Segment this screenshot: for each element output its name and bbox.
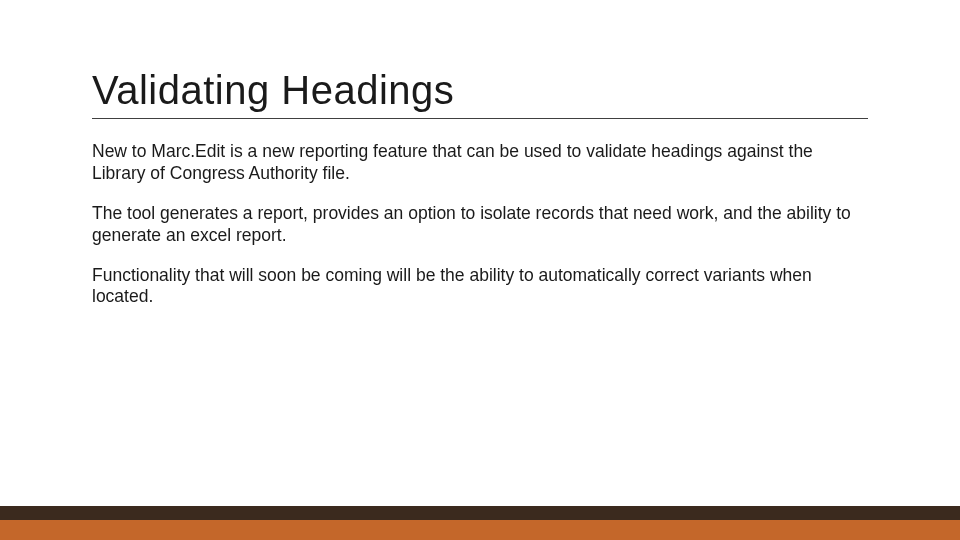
- slide-title: Validating Headings: [92, 68, 868, 119]
- paragraph: New to Marc.Edit is a new reporting feat…: [92, 141, 868, 185]
- paragraph: Functionality that will soon be coming w…: [92, 265, 868, 309]
- footer-band: [0, 506, 960, 540]
- footer-band-dark: [0, 506, 960, 520]
- footer-band-orange: [0, 520, 960, 540]
- slide-body: New to Marc.Edit is a new reporting feat…: [92, 141, 868, 308]
- slide-container: Validating Headings New to Marc.Edit is …: [0, 0, 960, 540]
- paragraph: The tool generates a report, provides an…: [92, 203, 868, 247]
